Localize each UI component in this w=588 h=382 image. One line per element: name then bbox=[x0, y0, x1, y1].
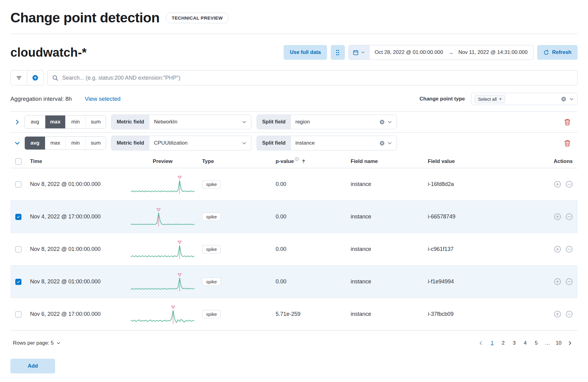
agg-function-avg-button[interactable]: avg bbox=[25, 115, 45, 128]
rows-per-page-button[interactable]: Rows per page: 5 bbox=[13, 340, 61, 346]
filter-out-value-button[interactable] bbox=[566, 213, 573, 220]
date-range-arrow-icon: → bbox=[448, 49, 454, 56]
chevron-left-icon bbox=[478, 340, 484, 346]
actions-cell bbox=[544, 278, 578, 285]
filter-button[interactable] bbox=[11, 70, 27, 85]
page-1-button[interactable]: 1 bbox=[487, 338, 497, 348]
end-date-button[interactable]: Nov 11, 2022 @ 14:31:00.000 bbox=[458, 49, 528, 55]
column-header-type: Type bbox=[202, 158, 276, 165]
filter-for-value-button[interactable] bbox=[554, 213, 561, 220]
search-input[interactable] bbox=[62, 75, 573, 81]
agg-function-max-button[interactable]: max bbox=[45, 115, 65, 128]
start-date-button[interactable]: Oct 28, 2022 @ 01:00:00.000 bbox=[375, 49, 443, 55]
page-10-button[interactable]: 10 bbox=[554, 338, 564, 348]
rows-per-page-label: Rows per page: 5 bbox=[13, 340, 54, 346]
delete-config-button[interactable] bbox=[564, 119, 571, 126]
collapse-config-button[interactable] bbox=[10, 136, 24, 150]
metric-field-select[interactable]: NetworkIn bbox=[149, 115, 251, 129]
calendar-icon bbox=[353, 50, 359, 55]
filter-out-value-button[interactable] bbox=[566, 311, 573, 318]
filter-for-value-button[interactable] bbox=[554, 181, 561, 188]
metric-field-value: CPUUtilization bbox=[154, 140, 239, 146]
plus-in-circle-icon bbox=[554, 246, 561, 253]
minus-in-circle-icon bbox=[566, 311, 573, 318]
plus-in-circle-icon bbox=[554, 213, 561, 220]
change-point-type-combobox[interactable]: Select all × bbox=[471, 93, 578, 105]
agg-function-button-group: avgmaxminsum bbox=[24, 115, 106, 129]
index-pattern-title: cloudwatch-* bbox=[10, 46, 87, 59]
chevron-down-icon bbox=[387, 120, 392, 124]
agg-function-min-button[interactable]: min bbox=[65, 137, 85, 149]
actions-cell bbox=[544, 213, 578, 220]
info-icon bbox=[295, 157, 299, 161]
chevron-right-icon bbox=[567, 340, 573, 346]
field-name-cell: instance bbox=[351, 278, 428, 285]
filter-for-value-button[interactable] bbox=[554, 246, 561, 253]
filter-out-value-button[interactable] bbox=[566, 181, 573, 188]
trash-icon bbox=[564, 119, 571, 126]
filter-out-value-button[interactable] bbox=[566, 278, 573, 285]
add-config-button[interactable]: Add bbox=[10, 359, 55, 373]
split-field-combobox[interactable]: region bbox=[291, 115, 397, 129]
table-row: Nov 8, 2022 @ 01:00:00.000 spike 0.00 in… bbox=[10, 168, 578, 201]
time-cell: Nov 6, 2022 @ 17:00:00.000 bbox=[30, 311, 126, 317]
date-range-picker: Oct 28, 2022 @ 01:00:00.000 → Nov 11, 20… bbox=[349, 45, 533, 60]
view-selected-link[interactable]: View selected bbox=[85, 96, 121, 102]
sparkline-chart bbox=[130, 207, 195, 227]
chevron-down-icon bbox=[387, 141, 392, 146]
agg-function-sum-button[interactable]: sum bbox=[85, 115, 106, 128]
page-4-button[interactable]: 4 bbox=[520, 338, 530, 348]
split-field-value: instance bbox=[296, 140, 377, 146]
row-checkbox[interactable] bbox=[15, 279, 21, 285]
plus-in-circle-icon bbox=[554, 278, 561, 285]
use-full-data-button[interactable]: Use full data bbox=[284, 45, 327, 60]
split-field-value: region bbox=[296, 119, 377, 125]
agg-function-sum-button[interactable]: sum bbox=[85, 137, 106, 149]
agg-function-min-button[interactable]: min bbox=[65, 115, 85, 128]
row-checkbox[interactable] bbox=[15, 311, 21, 317]
row-checkbox[interactable] bbox=[15, 181, 21, 187]
page-3-button[interactable]: 3 bbox=[509, 338, 519, 348]
row-checkbox[interactable] bbox=[15, 214, 21, 220]
metric-field-select[interactable]: CPUUtilization bbox=[149, 136, 251, 150]
remove-tag-icon[interactable]: × bbox=[499, 97, 502, 101]
apps-grid-button[interactable] bbox=[331, 45, 345, 60]
technical-preview-badge: TECHNICAL PREVIEW bbox=[166, 13, 229, 23]
search-bar bbox=[47, 70, 578, 85]
row-checkbox[interactable] bbox=[15, 246, 21, 252]
page-5-button[interactable]: 5 bbox=[531, 338, 541, 348]
next-page-button[interactable] bbox=[565, 340, 575, 346]
split-field-label: Split field bbox=[257, 136, 291, 150]
previous-page-button[interactable] bbox=[476, 340, 486, 346]
filter-bar: Aggregation interval: 8h View selected C… bbox=[10, 93, 578, 105]
agg-function-button-group: avgmaxminsum bbox=[24, 136, 106, 150]
delete-config-button[interactable] bbox=[564, 140, 571, 147]
clear-split-field-button[interactable] bbox=[379, 119, 385, 125]
select-all-checkbox[interactable] bbox=[15, 158, 21, 165]
preview-cell bbox=[126, 174, 202, 195]
filter-for-value-button[interactable] bbox=[554, 278, 561, 285]
type-cell: spike bbox=[202, 213, 276, 221]
add-filter-button[interactable] bbox=[27, 70, 43, 85]
filter-out-value-button[interactable] bbox=[566, 246, 573, 253]
clear-selection-button[interactable] bbox=[561, 96, 566, 102]
split-field-group: Split field instance bbox=[257, 136, 397, 150]
clear-split-field-button[interactable] bbox=[379, 141, 385, 146]
refresh-button[interactable]: Refresh bbox=[537, 45, 578, 60]
field-value-cell: i-f1e94994 bbox=[428, 278, 544, 285]
filter-for-value-button[interactable] bbox=[554, 311, 561, 318]
toolbar-controls: Use full data Oct 28, 2022 @ 01:00:00.00… bbox=[284, 45, 578, 60]
page-2-button[interactable]: 2 bbox=[498, 338, 508, 348]
split-field-combobox[interactable]: instance bbox=[291, 136, 397, 150]
quick-select-date-button[interactable] bbox=[349, 45, 369, 59]
agg-function-max-button[interactable]: max bbox=[45, 137, 65, 149]
time-cell: Nov 8, 2022 @ 01:00:00.000 bbox=[30, 246, 126, 252]
column-header-p-value[interactable]: p-value bbox=[276, 158, 351, 165]
column-header-time[interactable]: Time bbox=[30, 158, 126, 165]
field-value-cell: i-16fd8d2a bbox=[428, 181, 544, 187]
table-row: Nov 8, 2022 @ 01:00:00.000 spike 0.00 in… bbox=[10, 266, 578, 298]
agg-function-avg-button[interactable]: avg bbox=[25, 137, 45, 149]
table-row: Nov 6, 2022 @ 17:00:00.000 spike 5.71e-2… bbox=[10, 298, 578, 331]
header-divider bbox=[10, 34, 578, 34]
expand-config-button[interactable] bbox=[10, 115, 24, 129]
